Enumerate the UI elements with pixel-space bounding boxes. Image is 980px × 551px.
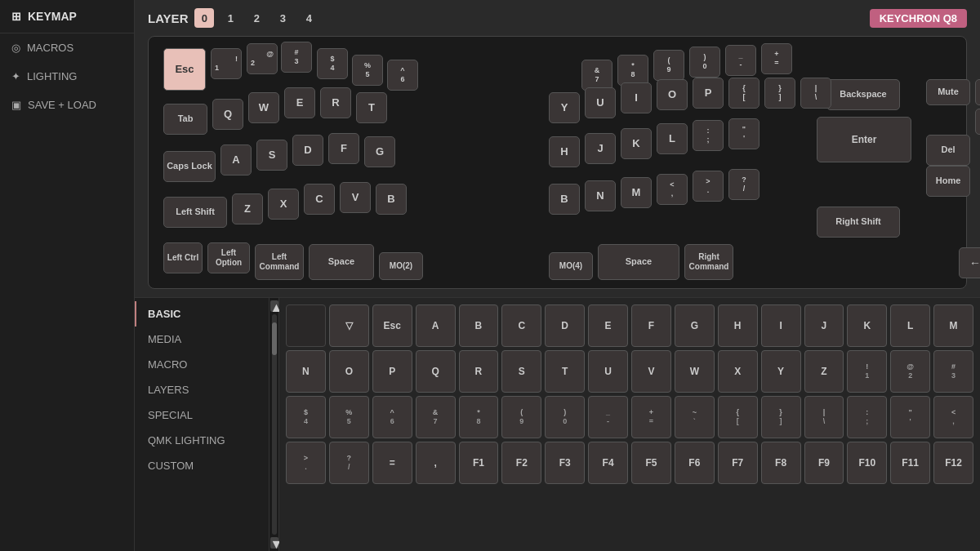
key-8[interactable]: * 8 [617, 55, 648, 86]
key-h[interactable]: H [549, 136, 580, 167]
key-b-left[interactable]: B [376, 184, 407, 215]
key-backslash[interactable]: | \ [800, 78, 831, 109]
picker-key-f9[interactable]: F9 [804, 442, 844, 484]
key-g[interactable]: G [364, 136, 395, 167]
picker-key-dollar[interactable]: $4 [286, 396, 326, 438]
picker-key-h[interactable]: H [718, 304, 758, 347]
picker-key-o[interactable]: O [329, 350, 369, 393]
key-semicolon[interactable]: : ; [693, 120, 724, 151]
picker-key-b[interactable]: B [459, 304, 499, 347]
key-f[interactable]: F [328, 133, 359, 164]
key-left-option[interactable]: Left Option [207, 242, 250, 273]
key-lbracket[interactable]: { [ [728, 78, 760, 109]
key-5[interactable]: % 5 [352, 55, 383, 86]
key-q[interactable]: Q [212, 99, 243, 130]
key-space-right[interactable]: Space [598, 244, 679, 280]
key-e[interactable]: E [284, 87, 315, 118]
picker-key-z[interactable]: Z [804, 350, 844, 393]
key-2[interactable]: @ 2 [247, 43, 278, 74]
picker-key-k[interactable]: K [847, 304, 887, 347]
sidebar-item-lighting[interactable]: ✦ LIGHTING [0, 62, 134, 91]
key-mo4[interactable]: MO(4) [549, 252, 593, 280]
picker-key-amp[interactable]: &7 [416, 396, 456, 438]
section-layers[interactable]: LAYERS [135, 377, 269, 402]
picker-key-rparen[interactable]: )0 [545, 396, 585, 438]
section-basic[interactable]: BASIC [135, 301, 269, 327]
picker-key-trns[interactable]: ▽ [329, 304, 369, 347]
sidebar-item-save-load[interactable]: ▣ SAVE + LOAD [0, 91, 134, 119]
key-r[interactable]: R [320, 87, 351, 118]
key-period[interactable]: > . [693, 171, 724, 202]
layer-btn-2[interactable]: 2 [247, 8, 266, 28]
picker-key-dquote[interactable]: "' [890, 396, 930, 438]
picker-key-f8[interactable]: F8 [761, 442, 801, 484]
scroll-down-btn[interactable]: ▼ [270, 537, 278, 549]
picker-key-r[interactable]: R [459, 350, 499, 393]
layer-btn-1[interactable]: 1 [220, 8, 240, 28]
key-right-command[interactable]: Right Command [684, 244, 733, 280]
layer-btn-4[interactable]: 4 [299, 8, 318, 28]
key-x[interactable]: X [268, 189, 299, 220]
picker-key-rcurl[interactable]: }] [761, 396, 801, 438]
key-7[interactable]: & 7 [581, 60, 612, 91]
picker-key-tilde[interactable]: ~` [675, 396, 715, 438]
key-1[interactable]: ! 1 [211, 48, 242, 79]
key-enter[interactable]: Enter [817, 117, 911, 162]
picker-key-comma[interactable]: , [416, 442, 456, 484]
picker-key-lcurl[interactable]: {[ [718, 396, 758, 438]
picker-key-esc[interactable]: Esc [372, 304, 412, 347]
key-o[interactable]: O [657, 79, 688, 110]
picker-key-f1[interactable]: F1 [459, 442, 499, 484]
picker-key-f7[interactable]: F7 [718, 442, 758, 484]
picker-key-at[interactable]: @2 [890, 350, 930, 393]
picker-key-j[interactable]: J [804, 304, 844, 347]
picker-key-x[interactable]: X [718, 350, 758, 393]
key-left-shift[interactable]: Left Shift [163, 197, 227, 228]
key-equals[interactable]: + = [761, 43, 792, 74]
key-rbracket[interactable]: } ] [764, 78, 795, 109]
picker-key-s[interactable]: S [501, 350, 541, 393]
picker-key-f11[interactable]: F11 [890, 442, 930, 484]
key-slash[interactable]: ? / [728, 169, 760, 200]
key-space-left[interactable]: Space [309, 244, 374, 280]
key-3[interactable]: # 3 [281, 42, 312, 73]
picker-key-u[interactable]: U [588, 350, 628, 393]
layer-btn-3[interactable]: 3 [273, 8, 292, 28]
picker-key-q[interactable]: Q [416, 350, 456, 393]
key-vol-plus[interactable]: Vol + [975, 109, 980, 135]
picker-key-e[interactable]: E [588, 304, 628, 347]
picker-key-f5[interactable]: F5 [631, 442, 671, 484]
picker-key-caret[interactable]: ^6 [372, 396, 412, 438]
picker-key-empty[interactable] [286, 304, 326, 347]
key-mute[interactable]: Mute [926, 79, 970, 105]
scroll-thumb[interactable] [272, 322, 277, 355]
key-tab[interactable]: Tab [163, 104, 207, 135]
picker-key-t[interactable]: T [545, 350, 585, 393]
key-right-shift[interactable]: Right Shift [817, 207, 900, 238]
key-u[interactable]: U [585, 87, 616, 118]
section-media[interactable]: MEDIA [135, 327, 269, 352]
key-left[interactable]: ← [959, 247, 980, 278]
section-macro[interactable]: MACRO [135, 352, 269, 377]
picker-key-y[interactable]: Y [761, 350, 801, 393]
picker-key-i[interactable]: I [761, 304, 801, 347]
key-c[interactable]: C [304, 184, 335, 215]
key-capslock[interactable]: Caps Lock [163, 151, 216, 182]
picker-key-plus[interactable]: += [631, 396, 671, 438]
picker-key-w[interactable]: W [675, 350, 715, 393]
picker-key-g[interactable]: G [675, 304, 715, 347]
key-del[interactable]: Del [926, 135, 970, 166]
picker-key-a[interactable]: A [416, 304, 456, 347]
picker-key-gt[interactable]: >. [286, 442, 326, 484]
key-s[interactable]: S [256, 140, 287, 171]
key-home[interactable]: Home [926, 166, 970, 197]
key-backspace[interactable]: Backspace [826, 79, 900, 110]
key-y[interactable]: Y [549, 92, 580, 123]
picker-key-excl[interactable]: !1 [847, 350, 887, 393]
key-z[interactable]: Z [232, 193, 263, 224]
layer-btn-0[interactable]: 0 [194, 8, 214, 28]
picker-key-underscore[interactable]: _- [588, 396, 628, 438]
key-6[interactable]: ^ 6 [387, 60, 418, 91]
picker-key-equals[interactable]: = [372, 442, 412, 484]
key-a[interactable]: A [220, 144, 252, 176]
